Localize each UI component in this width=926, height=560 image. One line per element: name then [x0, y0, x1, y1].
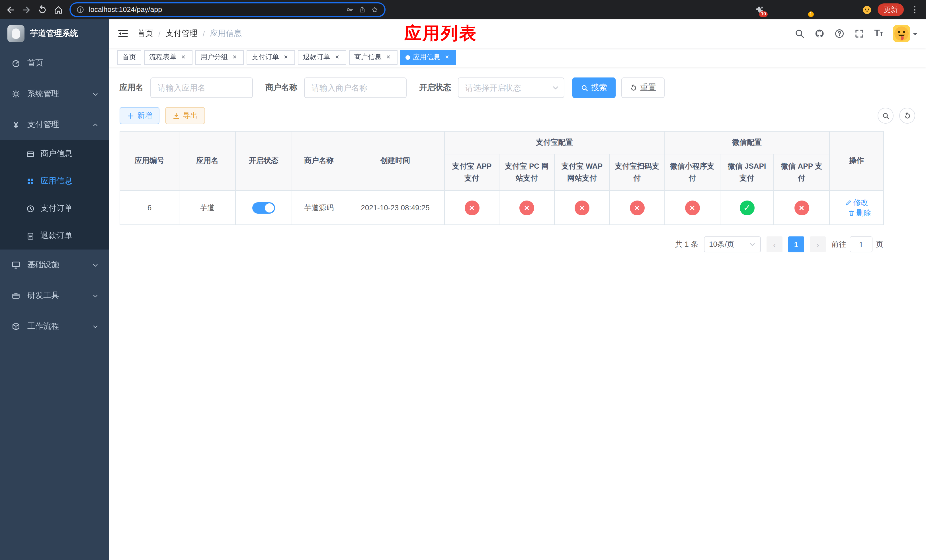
forward-icon[interactable]: [22, 5, 31, 15]
reset-button[interactable]: 重置: [621, 77, 664, 98]
prev-page-button[interactable]: ‹: [767, 236, 782, 252]
info-icon[interactable]: [76, 6, 84, 14]
magnifier-circle-icon[interactable]: [878, 107, 894, 124]
close-icon[interactable]: ×: [179, 53, 188, 61]
dashboard-icon: [11, 59, 21, 68]
close-icon[interactable]: ×: [384, 53, 392, 61]
url-text[interactable]: localhost:1024/pay/app: [89, 6, 341, 14]
tab-label: 首页: [123, 52, 136, 62]
wechat-mini-status-icon: ×: [685, 200, 700, 215]
refresh-icon: [630, 84, 637, 91]
share-icon[interactable]: [358, 6, 366, 14]
search-icon[interactable]: [794, 29, 805, 39]
export-button[interactable]: 导出: [165, 107, 205, 124]
sidebar-item-merchant-info[interactable]: 商户信息: [0, 140, 109, 168]
avatar-image: [893, 25, 910, 42]
delete-button[interactable]: 删除: [848, 207, 871, 218]
key-icon[interactable]: [346, 6, 354, 14]
puzzle-icon[interactable]: 10: [755, 5, 764, 15]
close-icon[interactable]: ×: [282, 53, 290, 61]
profile-avatar[interactable]: [862, 5, 872, 15]
logo-title: 芋道管理系统: [30, 29, 78, 39]
sidebar-item-app-info[interactable]: 应用信息: [0, 168, 109, 195]
menu-dots-icon[interactable]: ⋮: [909, 5, 920, 15]
page-size-select[interactable]: 10条/页: [704, 236, 761, 252]
col-alipay-qr: 支付宝扫码支付: [610, 154, 664, 191]
tab-user-group[interactable]: 用户分组 ×: [195, 50, 244, 65]
tab-payment-orders[interactable]: 支付订单 ×: [247, 50, 295, 65]
next-page-button[interactable]: ›: [810, 236, 826, 252]
chevron-down-icon: [92, 262, 98, 268]
download-icon: [172, 112, 180, 120]
hamburger-icon[interactable]: [117, 28, 129, 39]
font-size-icon[interactable]: TT: [874, 28, 883, 39]
fullscreen-icon[interactable]: [854, 29, 864, 39]
extension-blue-icon[interactable]: [770, 5, 780, 15]
edit-button[interactable]: 修改: [845, 197, 868, 207]
sidebar: 芋道管理系统 首页 系统管理 ¥ 支付管理: [0, 20, 109, 560]
chevron-down-icon: [92, 292, 98, 299]
sidebar-item-home[interactable]: 首页: [0, 48, 109, 79]
app-name-input[interactable]: [150, 77, 253, 98]
sidebar-item-payment-orders[interactable]: 支付订单: [0, 195, 109, 222]
address-bar[interactable]: localhost:1024/pay/app: [70, 2, 386, 17]
tab-refund-orders[interactable]: 退款订单 ×: [298, 50, 346, 65]
group-alipay-config: 支付宝配置: [445, 131, 664, 154]
sidebar-item-label: 基础设施: [27, 260, 59, 270]
goto-page-input[interactable]: [850, 236, 873, 252]
add-button[interactable]: 新增: [120, 107, 159, 124]
sidebar-item-system[interactable]: 系统管理: [0, 79, 109, 109]
sidebar-item-label: 支付管理: [27, 120, 59, 130]
grid-icon: [26, 177, 35, 185]
sidebar-item-infrastructure[interactable]: 基础设施: [0, 250, 109, 280]
col-merchant: 商户名称: [292, 131, 346, 191]
status-select[interactable]: [458, 77, 564, 98]
user-avatar[interactable]: [893, 25, 917, 42]
close-icon[interactable]: ×: [231, 53, 239, 61]
breadcrumb-payment[interactable]: 支付管理: [166, 29, 198, 39]
logo-avatar: [8, 25, 24, 42]
extension-teal-icon[interactable]: [816, 5, 826, 15]
extension-pin-icon[interactable]: [847, 5, 856, 15]
close-icon[interactable]: ×: [333, 53, 341, 61]
extension-green-badge-icon[interactable]: 1: [801, 5, 810, 15]
sidebar-logo[interactable]: 芋道管理系统: [0, 20, 109, 48]
help-icon[interactable]: [834, 29, 844, 39]
extension-square-icon[interactable]: [831, 5, 841, 15]
star-icon[interactable]: [371, 6, 379, 14]
breadcrumb-home[interactable]: 首页: [137, 29, 153, 39]
status-select-input[interactable]: [458, 77, 564, 98]
cell-app-name: 芋道: [179, 191, 236, 225]
table-toolbar: 新增 导出: [120, 107, 915, 124]
status-toggle[interactable]: [252, 202, 275, 213]
back-icon[interactable]: [6, 5, 15, 15]
merchant-name-input[interactable]: [304, 77, 407, 98]
wechat-jsapi-status-icon: ✓: [740, 200, 754, 215]
search-button[interactable]: 搜索: [572, 77, 616, 98]
extension-dark-icon[interactable]: [785, 5, 795, 15]
sidebar-item-payment[interactable]: ¥ 支付管理: [0, 109, 109, 140]
home-icon[interactable]: [53, 5, 63, 15]
sidebar-item-workflow[interactable]: 工作流程: [0, 311, 109, 342]
chevron-up-icon: [92, 122, 98, 128]
github-icon[interactable]: [814, 29, 825, 39]
chevron-down-icon: [92, 323, 98, 330]
alipay-app-status-icon: ×: [465, 200, 479, 215]
reload-icon[interactable]: [38, 5, 47, 15]
cell-merchant: 芋道源码: [292, 191, 346, 225]
close-icon[interactable]: ×: [443, 53, 451, 61]
tab-process-form[interactable]: 流程表单 ×: [144, 50, 192, 65]
extensions-area: 10 1 更新 ⋮: [755, 3, 920, 16]
refresh-circle-icon[interactable]: [899, 107, 915, 124]
sidebar-item-refund-orders[interactable]: 退款订单: [0, 222, 109, 250]
tab-app-info[interactable]: 应用信息 ×: [400, 50, 456, 65]
tab-merchant-info[interactable]: 商户信息 ×: [349, 50, 398, 65]
col-app-id: 应用编号: [120, 131, 179, 191]
data-table: 应用编号 应用名 开启状态 商户名称 创建时间 支付宝配置 微信配置 操作 支付…: [120, 131, 883, 225]
tab-home[interactable]: 首页: [117, 50, 141, 65]
browser-update-button[interactable]: 更新: [878, 3, 904, 16]
sidebar-item-dev-tools[interactable]: 研发工具: [0, 280, 109, 311]
page-number-1[interactable]: 1: [788, 236, 804, 252]
breadcrumb-current: 应用信息: [210, 29, 242, 39]
sidebar-item-label: 工作流程: [27, 321, 59, 331]
